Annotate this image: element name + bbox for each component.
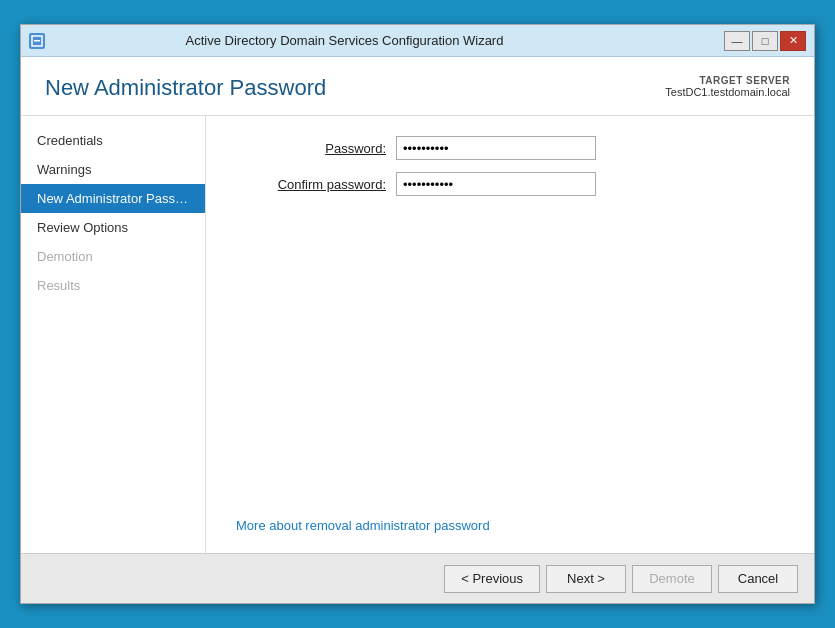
sidebar-item-review-options[interactable]: Review Options [21, 213, 205, 242]
title-bar-left [29, 33, 45, 49]
page-title: New Administrator Password [45, 75, 326, 101]
password-row: Password: [236, 136, 784, 160]
minimize-button[interactable]: — [724, 31, 750, 51]
confirm-password-row: Confirm password: [236, 172, 784, 196]
title-bar: Active Directory Domain Services Configu… [21, 25, 814, 57]
main-window: Active Directory Domain Services Configu… [20, 24, 815, 604]
window-controls: — □ ✕ [724, 31, 806, 51]
demote-button[interactable]: Demote [632, 565, 712, 593]
password-label-text: Password: [325, 141, 386, 156]
close-button[interactable]: ✕ [780, 31, 806, 51]
sidebar-item-new-admin-password[interactable]: New Administrator Passw... [21, 184, 205, 213]
sidebar-item-demotion: Demotion [21, 242, 205, 271]
previous-button[interactable]: < Previous [444, 565, 540, 593]
svg-rect-1 [34, 40, 40, 42]
sidebar-item-warnings[interactable]: Warnings [21, 155, 205, 184]
target-server-info: TARGET SERVER TestDC1.testdomain.local [665, 75, 790, 98]
content-area: New Administrator Password TARGET SERVER… [21, 57, 814, 553]
target-server-name: TestDC1.testdomain.local [665, 86, 790, 98]
sidebar-item-credentials[interactable]: Credentials [21, 126, 205, 155]
password-input[interactable] [396, 136, 596, 160]
form-spacer [236, 208, 784, 508]
confirm-password-input[interactable] [396, 172, 596, 196]
sidebar: Credentials Warnings New Administrator P… [21, 116, 206, 553]
footer: < Previous Next > Demote Cancel [21, 553, 814, 603]
sidebar-item-results: Results [21, 271, 205, 300]
maximize-button[interactable]: □ [752, 31, 778, 51]
window-title: Active Directory Domain Services Configu… [45, 33, 644, 48]
confirm-password-label-text: Confirm password: [278, 177, 386, 192]
password-label: Password: [236, 141, 396, 156]
next-button[interactable]: Next > [546, 565, 626, 593]
confirm-password-label: Confirm password: [236, 177, 396, 192]
header-section: New Administrator Password TARGET SERVER… [21, 57, 814, 116]
cancel-button[interactable]: Cancel [718, 565, 798, 593]
help-link[interactable]: More about removal administrator passwor… [236, 518, 490, 533]
target-server-label: TARGET SERVER [665, 75, 790, 86]
main-body: Credentials Warnings New Administrator P… [21, 116, 814, 553]
app-icon [29, 33, 45, 49]
link-area: More about removal administrator passwor… [236, 508, 784, 533]
form-section: Password: Confirm password: More about r… [206, 116, 814, 553]
